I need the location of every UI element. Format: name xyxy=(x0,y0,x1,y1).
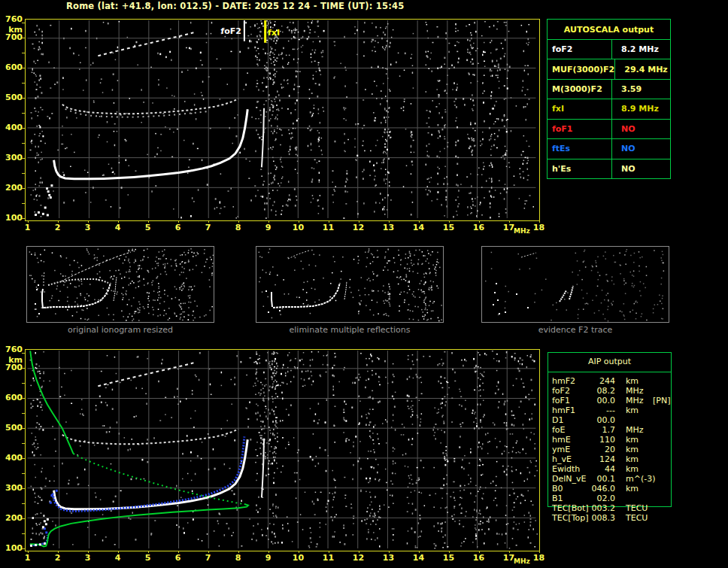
x-axis-tickmark xyxy=(329,220,329,223)
panel-caption: evidence F2 trace xyxy=(481,325,669,335)
panel-caption: original ionogram resized xyxy=(26,325,214,335)
autoscala-param-label: fxI xyxy=(548,99,611,118)
x-axis-tickmark xyxy=(359,551,359,553)
x-tick-label: 3 xyxy=(80,223,96,232)
x-axis-tickmark xyxy=(268,551,269,553)
mini-trace xyxy=(560,290,566,302)
aip-param-unit: km xyxy=(626,465,639,474)
x-tick-label: 6 xyxy=(171,223,186,232)
autoscala-param-label: h'Es xyxy=(548,159,611,178)
aip-table: AIP output hmF2244kmfoF208.2MHzfoF100.0M… xyxy=(548,352,672,533)
aip-row: TEC[Top]008.3TECU xyxy=(548,514,672,523)
x-tick-label: 1 xyxy=(20,223,35,232)
x-tick-label: 4 xyxy=(111,223,126,232)
aip-param-unit: km xyxy=(626,406,639,415)
y-tick-label: 500 xyxy=(2,423,23,433)
aip-param-unit: TECU xyxy=(626,504,648,513)
y-axis-unit: km xyxy=(2,355,23,365)
x-tick-label: 16 xyxy=(472,223,487,232)
second-hop-trace xyxy=(62,99,238,114)
autoscala-param-label: foF2 xyxy=(548,40,611,59)
x-axis-tickmark xyxy=(118,220,119,223)
mini-trace xyxy=(288,251,309,259)
y-axis-tickmark xyxy=(22,158,25,159)
aip-param-unit: km xyxy=(626,445,639,454)
y-tick-label: 300 xyxy=(2,483,23,493)
aip-param-value: 08.2 xyxy=(576,387,615,396)
x-axis-tickmark xyxy=(238,220,239,223)
x-axis-tickmark xyxy=(268,220,269,223)
x-axis-tickmark xyxy=(389,220,390,223)
x-axis-tickmark xyxy=(58,220,59,223)
profile-topside-green xyxy=(30,351,73,454)
aip-row: B102.0 xyxy=(548,494,672,503)
aip-row: foF208.2MHz xyxy=(548,387,672,396)
x-tick-label: 9 xyxy=(261,553,276,563)
aip-param-label: hmF2 xyxy=(552,377,575,386)
y-axis-tickmark xyxy=(22,533,25,534)
profile-bottomside-green xyxy=(30,504,248,546)
x-tick-label: 18 xyxy=(532,223,547,232)
aip-row: foF100.0MHz[PN] xyxy=(548,396,672,405)
panel-evidence-canvas xyxy=(481,246,669,323)
y-axis-tickmark xyxy=(22,218,25,219)
aip-param-label: hmE xyxy=(552,436,571,445)
y-axis-tickmark xyxy=(22,458,25,459)
autoscala-param-value: 8.2 MHz xyxy=(611,40,670,59)
aip-param-value: 244 xyxy=(576,377,615,386)
y-axis-tickmark xyxy=(22,398,25,399)
X-mode-asymptote xyxy=(262,108,264,168)
y-axis-tickmark xyxy=(22,173,25,174)
aip-param-value: --- xyxy=(576,406,615,415)
aip-param-value: 008.3 xyxy=(576,514,615,523)
x-tick-label: 2 xyxy=(50,223,65,232)
x-tick-label: 10 xyxy=(291,223,306,232)
mini-trace xyxy=(569,286,573,299)
autoscala-param-value: 3.59 xyxy=(611,80,670,99)
y-tick-label: 600 xyxy=(2,393,23,402)
x-axis-tickmark xyxy=(118,551,119,553)
mini-ionogram-0 xyxy=(27,247,214,322)
x-axis-tickmark xyxy=(28,551,29,553)
second-hop-trace xyxy=(62,429,238,444)
x-axis-tickmark xyxy=(238,551,239,553)
y-axis-tickmark xyxy=(22,488,25,489)
x-tick-label: 13 xyxy=(381,553,396,563)
x-tick-label: 3 xyxy=(80,553,96,563)
aip-param-value: 046.0 xyxy=(576,484,615,494)
x-tick-label: 7 xyxy=(201,553,216,563)
profile-mid-green-dotted xyxy=(73,454,244,504)
x-tick-label: 2 xyxy=(50,553,65,563)
autoscala-param-value: NO xyxy=(611,159,670,178)
x-axis-tickmark xyxy=(419,551,420,553)
y-tick-label: 600 xyxy=(2,62,23,72)
x-tick-label: 14 xyxy=(411,223,426,232)
aip-param-value: 124 xyxy=(576,455,615,464)
panel-original-canvas xyxy=(26,246,214,323)
y-axis-tickmark xyxy=(22,113,25,114)
aip-row: hmF2244km xyxy=(548,377,672,386)
aip-param-value: 00.0 xyxy=(576,396,615,405)
y-axis-tickmark xyxy=(22,53,25,53)
x-axis-tickmark xyxy=(449,551,450,553)
x-tick-label: 12 xyxy=(351,553,366,563)
autoscala-row: M(3000)F23.59 xyxy=(548,80,670,99)
x-axis-tickmark xyxy=(148,551,149,553)
mini-trace xyxy=(61,252,131,281)
y-axis-tickmark xyxy=(22,383,25,384)
x-axis-tickmark xyxy=(539,551,540,553)
y-axis-tickmark xyxy=(22,128,25,129)
aip-row: h_vE124km xyxy=(548,455,672,464)
y-axis-tickmark xyxy=(22,98,25,99)
autoscala-table-body: foF28.2 MHzMUF(3000)F229.4 MHzM(3000)F23… xyxy=(548,40,670,178)
autoscala-param-label: M(3000)F2 xyxy=(548,80,611,99)
aip-param-unit: MHz xyxy=(626,396,644,405)
aip-row: ymE20km xyxy=(548,445,672,454)
x-tick-label: 11 xyxy=(321,553,336,563)
y-axis-tickmark xyxy=(22,368,25,369)
aip-param-label: h_vE xyxy=(552,455,572,464)
y-axis-tickmark xyxy=(22,353,25,354)
autoscala-param-value: NO xyxy=(611,139,670,158)
x-axis-tickmark xyxy=(299,551,299,553)
x-tick-label: 15 xyxy=(441,553,457,563)
